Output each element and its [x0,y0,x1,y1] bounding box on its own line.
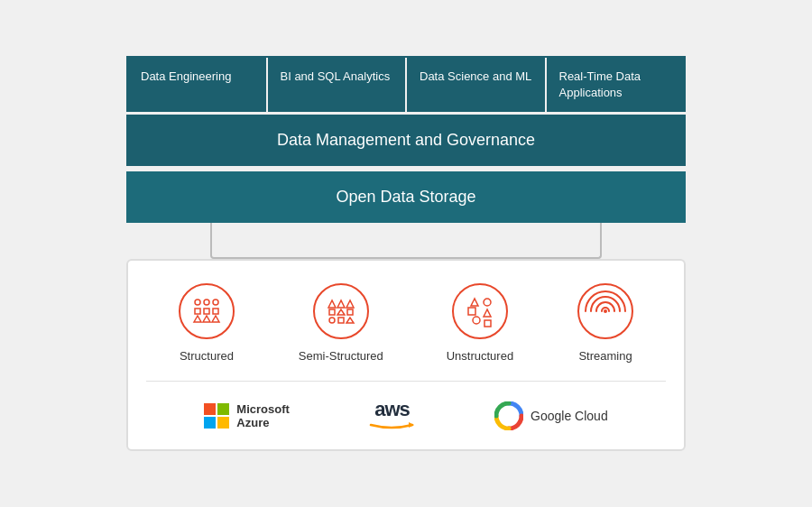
svg-marker-11 [328,300,336,308]
azure-logo: Microsoft Azure [204,402,290,429]
svg-marker-12 [337,300,345,308]
data-type-semi-structured: Semi-Structured [299,282,383,363]
structured-label: Structured [180,349,234,363]
aws-arrow-icon [369,419,414,431]
streaming-icon [577,282,634,340]
data-type-unstructured: Unstructured [447,282,513,363]
svg-point-20 [453,284,507,338]
svg-rect-14 [329,309,335,315]
svg-point-22 [484,299,491,306]
svg-marker-9 [212,316,219,322]
google-cloud-logo: Google Cloud [494,401,608,430]
data-types-row: Structured Semi-Structured [146,282,666,382]
svg-point-28 [604,309,607,313]
connector-lines [210,223,602,259]
box-data-science: Data Science and ML [407,58,547,112]
svg-point-0 [180,284,234,338]
aws-logo: aws [369,400,414,431]
svg-marker-15 [337,309,345,315]
azure-text: Microsoft Azure [236,402,290,429]
svg-marker-19 [346,318,354,323]
unstructured-icon [451,282,509,340]
box-data-engineering: Data Engineering [128,58,268,112]
aws-logo-icon: aws [369,400,414,431]
svg-point-3 [213,300,218,305]
svg-marker-21 [471,299,478,306]
storage-bar: Open Data Storage [126,171,686,223]
google-cloud-text: Google Cloud [531,408,608,424]
svg-marker-8 [203,316,210,322]
top-boxes-row: Data Engineering BI and SQL Analytics Da… [126,56,686,112]
svg-rect-23 [468,308,475,315]
svg-marker-24 [484,309,491,317]
semi-structured-label: Semi-Structured [299,349,383,363]
data-type-structured: Structured [178,282,235,363]
svg-point-10 [314,284,368,338]
svg-rect-5 [204,309,209,314]
unstructured-label: Unstructured [447,349,513,363]
svg-marker-7 [194,316,201,322]
main-diagram: Data Engineering BI and SQL Analytics Da… [126,56,686,452]
svg-marker-29 [409,422,414,428]
svg-point-17 [329,318,335,323]
bottom-card: Structured Semi-Structured [126,259,686,451]
box-realtime: Real-Time Data Applications [547,58,685,112]
svg-rect-18 [338,318,344,323]
semi-structured-icon [312,282,370,340]
data-type-streaming: Streaming [577,282,634,363]
svg-marker-13 [346,300,354,308]
svg-rect-16 [347,309,353,315]
structured-icon [178,282,235,340]
microsoft-grid-icon [204,403,229,429]
svg-point-1 [195,300,200,305]
svg-point-25 [473,317,480,324]
svg-rect-26 [484,320,491,327]
box-bi-sql: BI and SQL Analytics [268,58,408,112]
management-bar: Data Management and Governance [126,112,686,166]
cloud-logos-row: Microsoft Azure aws [146,400,666,431]
aws-text: aws [374,400,410,419]
svg-rect-6 [213,309,218,314]
svg-rect-4 [195,309,200,314]
google-cloud-icon [494,401,523,430]
svg-point-2 [204,300,209,305]
streaming-label: Streaming [578,349,632,363]
